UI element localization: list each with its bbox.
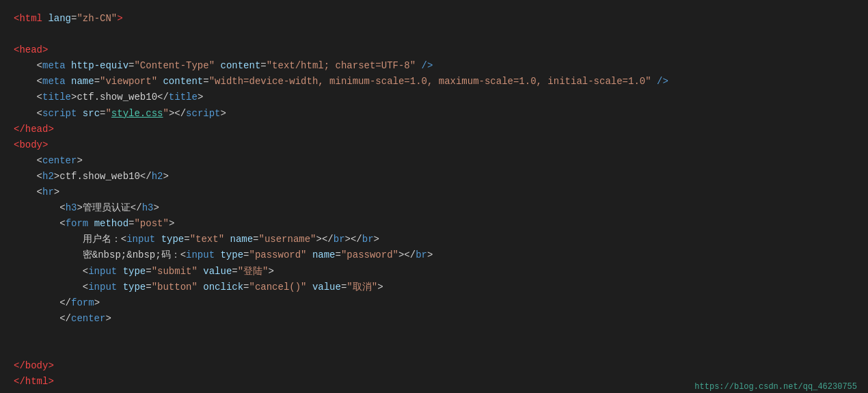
code-token: > <box>42 139 48 150</box>
code-token: >ctf.show_web10</ <box>71 92 169 103</box>
code-token: > <box>105 313 111 324</box>
code-token: >管理员认证</ <box>77 202 141 213</box>
code-token: "取消" <box>347 282 377 293</box>
code-token: </ <box>14 376 25 387</box>
code-token: value <box>198 266 232 277</box>
code-token: h2 <box>42 171 54 182</box>
code-token: "cancel()" <box>249 282 307 293</box>
code-token: < <box>14 76 42 87</box>
code-token: > <box>374 234 379 245</box>
code-token: "zh-CN" <box>77 13 117 24</box>
code-token: name <box>307 249 336 260</box>
code-token: < <box>14 108 42 119</box>
code-token: /> <box>416 60 433 71</box>
code-line: </head> <box>14 122 854 137</box>
code-token: input <box>88 282 117 293</box>
code-token: < <box>14 187 42 198</box>
code-token: /> <box>651 76 668 87</box>
code-token: type <box>117 282 146 293</box>
code-token: "button" <box>152 282 198 293</box>
code-token: = <box>184 234 189 245</box>
code-token: meta <box>42 76 66 87</box>
code-token: > <box>153 202 159 213</box>
code-token: name <box>224 234 253 245</box>
code-line: </center> <box>14 311 854 327</box>
code-token: center <box>42 155 77 166</box>
code-line: <head> <box>14 42 854 58</box>
code-token: "post" <box>134 218 168 229</box>
code-token: > <box>377 282 383 293</box>
code-token: body <box>19 139 42 150</box>
code-token: style.css <box>111 108 163 119</box>
code-token: < <box>14 266 88 277</box>
code-token: br <box>334 234 345 245</box>
code-line: <html lang="zh-CN"> <box>14 11 854 27</box>
code-token: > <box>94 297 100 308</box>
code-token: "submit" <box>152 266 198 277</box>
code-token: form <box>66 218 89 229</box>
code-token: </ <box>14 313 71 324</box>
code-token: http-equiv <box>66 60 128 71</box>
code-token: ></ <box>398 249 416 260</box>
code-token: input <box>186 249 215 260</box>
code-token: 用户名：< <box>14 234 126 245</box>
code-line: <title>ctf.show_web10</title> <box>14 90 854 105</box>
code-token: lang <box>42 13 71 24</box>
code-line: </form> <box>14 295 854 311</box>
code-token: content <box>157 76 203 87</box>
code-token: > <box>77 155 82 166</box>
code-token: meta <box>42 60 66 71</box>
code-token: > <box>117 13 122 24</box>
code-token: "登陆" <box>238 266 269 277</box>
code-line <box>14 327 854 342</box>
code-token: < <box>14 282 88 293</box>
code-token: ></ <box>169 108 186 119</box>
code-token: > <box>48 376 53 387</box>
code-token: > <box>169 218 174 229</box>
code-token: ></ <box>345 234 362 245</box>
code-token: "password" <box>341 249 398 260</box>
code-line: </body> <box>14 358 854 374</box>
code-line: <hr> <box>14 185 854 200</box>
code-token: = <box>146 266 151 277</box>
code-line: 用户名：<input type="text" name="username"><… <box>14 232 854 247</box>
code-token: script <box>186 108 220 119</box>
code-token: h3 <box>66 202 77 213</box>
code-token: input <box>126 234 155 245</box>
code-token: script <box>42 108 77 119</box>
code-token: name <box>66 76 94 87</box>
code-token: >ctf.show_web10</ <box>54 171 152 182</box>
code-token: < <box>14 92 42 103</box>
code-token: html <box>25 376 49 387</box>
code-line: <h2>ctf.show_web10</h2> <box>14 169 854 185</box>
code-token: "Content-Type" <box>134 60 215 71</box>
code-token: = <box>260 60 266 71</box>
code-token: ></ <box>316 234 334 245</box>
code-token: head <box>19 44 42 55</box>
code-token: "viewport" <box>100 76 157 87</box>
code-token: form <box>71 297 94 308</box>
code-token: < <box>14 202 66 213</box>
code-token: h2 <box>152 171 163 182</box>
code-token: </ <box>14 124 25 135</box>
code-token: > <box>221 108 226 119</box>
code-token: "text/html; charset=UTF-8" <box>267 60 416 71</box>
code-token: type <box>215 249 243 260</box>
code-token: type <box>155 234 184 245</box>
code-token: src <box>77 108 100 119</box>
code-content: <html lang="zh-CN"> <head> <meta http-eq… <box>14 11 854 390</box>
code-token: > <box>163 171 168 182</box>
code-token: center <box>71 313 105 324</box>
code-token: title <box>169 92 198 103</box>
code-token: = <box>336 249 341 260</box>
code-token: = <box>203 76 208 87</box>
code-token: html <box>19 13 42 24</box>
code-token: h3 <box>142 202 154 213</box>
code-token: = <box>146 282 151 293</box>
code-token: < <box>14 60 42 71</box>
code-line <box>14 342 854 358</box>
code-token: "width=device-width, minimum-scale=1.0, … <box>209 76 651 87</box>
code-token: " <box>105 108 111 119</box>
code-token: > <box>54 187 59 198</box>
code-line: <meta name="viewport" content="width=dev… <box>14 74 854 90</box>
